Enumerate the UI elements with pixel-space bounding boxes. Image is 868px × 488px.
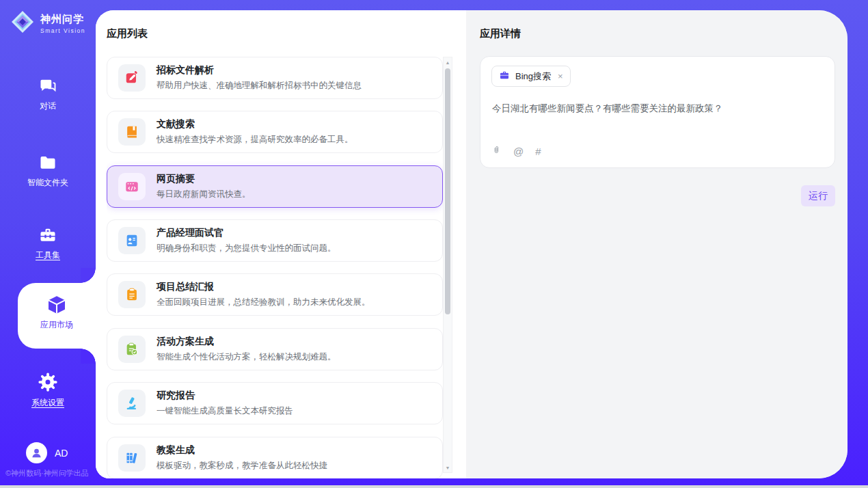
microscope-icon: [118, 390, 146, 417]
brand-subtitle: Smart Vision: [40, 27, 85, 34]
app-title: 网页摘要: [157, 173, 251, 185]
app-list-panel: 应用列表 招标文件解析 帮助用户快速、准确地理解和解析招标书中的关键信息: [96, 10, 466, 478]
app-desc: 全面回顾项目进展，总结经验教训，助力未来优化发展。: [157, 297, 370, 308]
app-desc: 明确身份和职责，为您提供专业性的面试问题。: [157, 243, 336, 254]
hash-icon[interactable]: #: [535, 146, 541, 157]
edit-doc-icon: [118, 64, 146, 92]
query-text[interactable]: 今日湖北有哪些新闻要点？有哪些需要关注的最新政策？: [492, 102, 824, 116]
sidebar-item-toolset[interactable]: 工具集: [0, 226, 96, 261]
chat-icon: [0, 77, 96, 96]
scroll-up-icon[interactable]: ▲: [444, 57, 452, 67]
app-card-event-plan[interactable]: 活动方案生成 智能生成个性化活动方案，轻松解决规划难题。: [107, 328, 443, 370]
close-icon[interactable]: ×: [558, 71, 563, 81]
user-avatar-icon: [26, 442, 47, 463]
app-list: 招标文件解析 帮助用户快速、准确地理解和解析招标书中的关键信息 文献搜索: [107, 57, 443, 478]
briefcase-icon: [499, 70, 510, 83]
gear-icon: [0, 372, 96, 392]
run-button[interactable]: 运行: [801, 185, 835, 206]
app-title: 文献搜索: [157, 118, 353, 131]
mention-icon[interactable]: @: [513, 146, 524, 157]
sidebar-item-label: 智能文件夹: [0, 177, 96, 189]
app-desc: 快速精准查找学术资源，提高研究效率的必备工具。: [157, 134, 353, 146]
app-card-pm-interviewer[interactable]: 产品经理面试官 明确身份和职责，为您提供专业性的面试问题。: [107, 219, 443, 262]
app-title: 研究报告: [157, 390, 293, 402]
app-desc: 智能生成个性化活动方案，轻松解决规划难题。: [157, 351, 336, 363]
app-list-title: 应用列表: [107, 27, 148, 40]
copyright-footer: ©神州数码·神州问学出品: [5, 468, 89, 478]
app-list-scrollbar[interactable]: ▲ ▼: [443, 57, 452, 473]
person-doc-icon: [118, 227, 146, 254]
books-icon: [118, 444, 146, 472]
cube-icon: [18, 294, 96, 316]
sidebar-item-app-market[interactable]: 应用市场: [18, 283, 96, 349]
app-window: 神州问学 Smart Vision 对话 智能文件夹: [0, 0, 868, 488]
browser-code-icon: [118, 173, 146, 200]
app-card-research-report[interactable]: 研究报告 一键智能生成高质量长文本研究报告: [107, 382, 443, 424]
app-title: 产品经理面试官: [157, 227, 336, 239]
sidebar-item-label: 系统设置: [0, 397, 96, 409]
toolbox-icon: [0, 226, 96, 245]
clipboard-icon: [118, 281, 146, 308]
app-desc: 模板驱动，教案秒成，教学准备从此轻松快捷: [157, 460, 327, 472]
app-desc: 帮助用户快速、准确地理解和解析招标书中的关键信息: [157, 80, 362, 92]
app-title: 项目总结汇报: [157, 281, 370, 293]
sidebar-item-chat[interactable]: 对话: [0, 77, 96, 112]
sidebar-item-label: 应用市场: [18, 319, 96, 331]
scroll-down-icon[interactable]: ▼: [444, 463, 452, 472]
tool-chip-label: Bing搜索: [515, 70, 551, 83]
sidebar-item-label: 工具集: [0, 249, 96, 261]
sidebar-item-settings[interactable]: 系统设置: [0, 372, 96, 409]
folder-icon: [0, 153, 96, 172]
sidebar: 神州问学 Smart Vision 对话 智能文件夹: [0, 0, 96, 478]
user-account[interactable]: AD: [26, 442, 68, 463]
brand-logo: 神州问学 Smart Vision: [10, 10, 85, 37]
app-title: 教案生成: [157, 444, 327, 457]
app-card-lesson-plan[interactable]: 教案生成 模板驱动，教案秒成，教学准备从此轻松快捷: [107, 437, 443, 478]
clipboard-check-icon: [118, 336, 146, 363]
user-initials: AD: [55, 448, 68, 459]
app-detail-title: 应用详情: [480, 27, 521, 40]
app-card-web-summary[interactable]: 网页摘要 每日政府新闻资讯快查。: [107, 165, 443, 208]
brand-name: 神州问学: [40, 13, 85, 26]
app-card-bid-analysis[interactable]: 招标文件解析 帮助用户快速、准确地理解和解析招标书中的关键信息: [107, 57, 443, 99]
app-detail-panel: 应用详情 Bing搜索 × 今日湖北有哪些新闻要点？有哪些需要关注的最新政策？: [466, 10, 847, 478]
scrollbar-thumb[interactable]: [445, 68, 450, 314]
sidebar-item-label: 对话: [0, 100, 96, 112]
app-card-project-summary[interactable]: 项目总结汇报 全面回顾项目进展，总结经验教训，助力未来优化发展。: [107, 273, 443, 316]
app-desc: 每日政府新闻资讯快查。: [157, 189, 251, 200]
paperclip-icon[interactable]: [491, 144, 502, 159]
tool-chip-bing-search[interactable]: Bing搜索 ×: [491, 66, 571, 87]
window-bottom-strip: [0, 485, 868, 488]
input-toolbar: @ #: [491, 144, 541, 159]
diamond-logo-icon: [10, 10, 35, 37]
main-content: 应用列表 招标文件解析 帮助用户快速、准确地理解和解析招标书中的关键信息: [96, 10, 847, 478]
app-title: 招标文件解析: [157, 64, 362, 77]
app-desc: 一键智能生成高质量长文本研究报告: [157, 405, 293, 417]
book-icon: [118, 118, 146, 146]
app-card-literature-search[interactable]: 文献搜索 快速精准查找学术资源，提高研究效率的必备工具。: [107, 111, 443, 153]
sidebar-item-smart-folder[interactable]: 智能文件夹: [0, 153, 96, 189]
prompt-input-card[interactable]: Bing搜索 × 今日湖北有哪些新闻要点？有哪些需要关注的最新政策？ @ #: [480, 56, 835, 168]
app-title: 活动方案生成: [157, 336, 336, 348]
